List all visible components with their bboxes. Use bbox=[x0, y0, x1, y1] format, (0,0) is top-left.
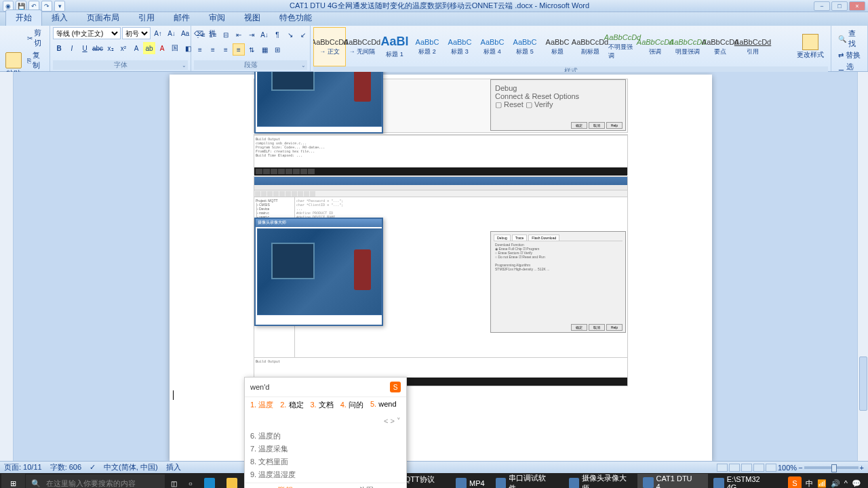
taskbar-search[interactable]: 🔍 在这里输入你要搜索的内容 bbox=[26, 474, 165, 488]
ime-candidate[interactable]: 2. 稳定 bbox=[280, 400, 303, 410]
tab-引用[interactable]: 引用 bbox=[129, 10, 164, 26]
ime-candidate[interactable]: 3. 文档 bbox=[311, 400, 334, 410]
underline-button[interactable]: U bbox=[79, 42, 91, 54]
text-effects-button[interactable]: A bbox=[130, 42, 142, 54]
style-副标题[interactable]: AaBbCcDd副标题 bbox=[574, 27, 606, 66]
ime-more-item[interactable]: 6. 温度的 bbox=[250, 430, 401, 443]
style-不明显强调[interactable]: AaBbCcDd不明显强调 bbox=[606, 27, 639, 66]
sort-button[interactable]: A↓ bbox=[258, 28, 271, 41]
taskbar-app[interactable]: E:\STM32 4G... bbox=[708, 474, 782, 488]
style-标题[interactable]: AaBbC标题 bbox=[541, 27, 574, 66]
grow-font-button[interactable]: A↑ bbox=[152, 27, 164, 39]
char-border-button[interactable]: 国 bbox=[169, 42, 181, 54]
style-标题 1[interactable]: AaBl标题 1 bbox=[378, 27, 411, 66]
style-要点[interactable]: AaBbCcDd要点 bbox=[704, 27, 736, 66]
style-标题 2[interactable]: AaBbC标题 2 bbox=[411, 27, 443, 66]
align-left-button[interactable]: ≡ bbox=[194, 43, 206, 56]
style-明显强调[interactable]: AaBbCcDd明显强调 bbox=[671, 27, 704, 66]
borders-button[interactable]: ⊞ bbox=[271, 43, 283, 56]
close-button[interactable]: × bbox=[849, 1, 865, 11]
zoom-out-button[interactable]: − bbox=[798, 464, 802, 472]
italic-button[interactable]: I bbox=[66, 42, 78, 54]
scrollbar-thumb[interactable] bbox=[859, 357, 867, 411]
replace-button[interactable]: ⇄替换 bbox=[838, 50, 861, 60]
subscript-button[interactable]: x₂ bbox=[104, 42, 117, 54]
tray-network-icon[interactable]: 📶 bbox=[817, 479, 827, 488]
style-标题 3[interactable]: AaBbC标题 3 bbox=[443, 27, 476, 66]
bullets-button[interactable]: ⋮≡ bbox=[194, 28, 206, 41]
align-right-button[interactable]: ≡ bbox=[220, 43, 232, 56]
ime-more-item[interactable]: 8. 文档里面 bbox=[250, 455, 401, 468]
view-fullscreen-button[interactable] bbox=[729, 464, 740, 472]
tray-ime-icon[interactable]: S bbox=[788, 476, 802, 488]
zoom-slider[interactable] bbox=[804, 466, 859, 469]
ime-candidate[interactable]: 5. wend bbox=[370, 400, 397, 410]
style-引用[interactable]: AaBbCcDd引用 bbox=[736, 27, 769, 66]
view-web-button[interactable] bbox=[741, 464, 752, 472]
taskbar-app[interactable]: CAT1 DTU 4... bbox=[637, 474, 708, 488]
view-print-button[interactable] bbox=[717, 464, 728, 472]
tab-插入[interactable]: 插入 bbox=[42, 10, 77, 26]
taskbar-app[interactable]: 串口调试软件... bbox=[490, 474, 564, 488]
status-mode[interactable]: 插入 bbox=[166, 462, 181, 472]
tab-审阅[interactable]: 审阅 bbox=[199, 10, 235, 26]
indent-inc-button[interactable]: ⇥ bbox=[245, 28, 258, 41]
status-lang[interactable]: 中文(简体, 中国) bbox=[104, 462, 157, 472]
font-size-select[interactable]: 初号 bbox=[122, 27, 151, 39]
start-button[interactable]: ⊞ bbox=[1, 474, 25, 488]
tray-notif-icon[interactable]: 💬 bbox=[852, 479, 861, 488]
tab-特色功能[interactable]: 特色功能 bbox=[270, 10, 321, 26]
align-justify-button[interactable]: ≡ bbox=[233, 43, 245, 56]
maximize-button[interactable]: □ bbox=[831, 1, 848, 11]
status-spellcheck-icon[interactable]: ✓ bbox=[90, 463, 96, 472]
ime-more-item[interactable]: 9. 温度温湿度 bbox=[250, 468, 401, 481]
change-case-button[interactable]: Aa bbox=[179, 27, 191, 39]
ime-candidate[interactable]: 4. 问的 bbox=[340, 400, 363, 410]
view-outline-button[interactable] bbox=[753, 464, 764, 472]
copy-button[interactable]: ⎘复制 bbox=[26, 49, 47, 71]
style-标题 4[interactable]: AaBbC标题 4 bbox=[476, 27, 509, 66]
explorer-button[interactable] bbox=[221, 474, 243, 488]
indent-dec-button[interactable]: ⇤ bbox=[233, 28, 245, 41]
ime-tab-assoc[interactable]: 联想 bbox=[245, 483, 326, 488]
ime-more-item[interactable]: 7. 温度采集 bbox=[250, 443, 401, 455]
ltr-button[interactable]: ↘ bbox=[284, 28, 296, 41]
task-view-button[interactable]: ◫ bbox=[165, 474, 182, 488]
status-page[interactable]: 页面: 10/11 bbox=[4, 462, 42, 472]
minimize-button[interactable]: − bbox=[814, 1, 830, 11]
font-name-select[interactable]: 等线 (中文正文) bbox=[53, 27, 121, 39]
edge-button[interactable] bbox=[199, 474, 220, 488]
taskbar-app[interactable]: 摄像头录像大师 bbox=[564, 474, 638, 488]
tab-视图[interactable]: 视图 bbox=[235, 10, 270, 26]
find-button[interactable]: 🔍查找 bbox=[838, 28, 861, 49]
vertical-scrollbar[interactable] bbox=[857, 72, 868, 461]
bold-button[interactable]: B bbox=[53, 42, 65, 54]
superscript-button[interactable]: x² bbox=[117, 42, 130, 54]
multilevel-button[interactable]: ⊟ bbox=[220, 28, 232, 41]
font-color-button[interactable]: A bbox=[156, 42, 168, 54]
zoom-level[interactable]: 100% bbox=[778, 464, 797, 472]
tab-页面布局[interactable]: 页面布局 bbox=[77, 10, 129, 26]
ime-tab-image[interactable]: 斗图 bbox=[326, 483, 406, 488]
align-center-button[interactable]: ≡ bbox=[207, 43, 219, 56]
status-words[interactable]: 字数: 606 bbox=[50, 462, 81, 472]
show-marks-button[interactable]: ¶ bbox=[271, 28, 283, 41]
rtl-button[interactable]: ↙ bbox=[297, 28, 309, 41]
shading-button[interactable]: ▦ bbox=[258, 43, 271, 56]
line-spacing-button[interactable]: ⇅ bbox=[245, 43, 258, 56]
tray-expand-icon[interactable]: ^ bbox=[844, 479, 848, 487]
zoom-in-button[interactable]: + bbox=[860, 464, 864, 472]
cut-button[interactable]: ✂剪切 bbox=[26, 27, 47, 49]
tab-邮件[interactable]: 邮件 bbox=[164, 10, 199, 26]
strike-button[interactable]: abc bbox=[92, 42, 104, 54]
change-styles-button[interactable]: 更改样式 bbox=[793, 34, 828, 60]
view-draft-button[interactable] bbox=[766, 464, 776, 472]
highlight-button[interactable]: ab bbox=[143, 42, 155, 54]
shrink-font-button[interactable]: A↓ bbox=[165, 27, 178, 39]
tab-开始[interactable]: 开始 bbox=[5, 9, 42, 26]
style-强调[interactable]: AaBbCcDd强调 bbox=[639, 27, 671, 66]
tray-volume-icon[interactable]: 🔊 bbox=[831, 479, 840, 488]
taskbar-app[interactable]: MP4 bbox=[450, 474, 490, 488]
style-→ 正文[interactable]: AaBbCcDd→ 正文 bbox=[313, 27, 346, 66]
style-→ 无间隔[interactable]: AaBbCcDd→ 无间隔 bbox=[346, 27, 378, 66]
